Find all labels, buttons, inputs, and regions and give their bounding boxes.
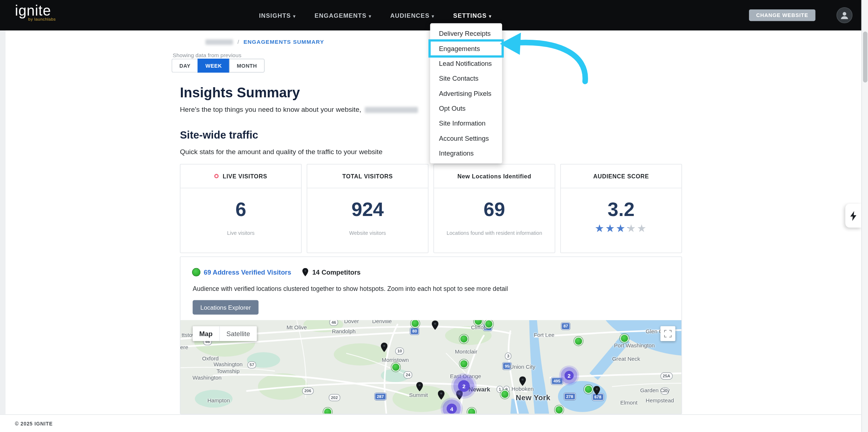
map-label-washington: Washington: [192, 374, 221, 381]
visitor-cluster[interactable]: 4: [441, 398, 463, 414]
route-shield-24: 24: [404, 371, 413, 378]
menu-item-delivery-receipts[interactable]: Delivery Receipts: [430, 26, 502, 41]
stat-card-caption: Locations found with resident informatio…: [434, 230, 555, 236]
map-label-elmont: Elmont: [620, 399, 638, 406]
map-type-controls: MapSatellite: [193, 326, 257, 341]
user-avatar[interactable]: [837, 7, 852, 23]
menu-item-site-contacts[interactable]: Site Contacts: [430, 71, 502, 86]
competitor-pin-icon[interactable]: [416, 382, 423, 391]
visitor-marker-icon[interactable]: [575, 338, 582, 345]
nav-item-settings[interactable]: SETTINGS▾: [453, 12, 492, 18]
visitor-marker-icon[interactable]: [485, 320, 493, 327]
stat-card-title: New Locations Identified: [458, 173, 531, 179]
breadcrumb-current[interactable]: ENGAGEMENTS SUMMARY: [243, 39, 324, 45]
map-label-great-neck: Great Neck: [612, 356, 640, 362]
fullscreen-button[interactable]: [660, 326, 675, 341]
lightning-bolt-icon: [850, 211, 856, 221]
stat-card-value: 3.2: [561, 199, 682, 219]
route-shield-10: 10: [395, 347, 404, 355]
live-indicator-icon: [214, 174, 219, 178]
stat-card-total-visitors: TOTAL VISITORS924Website visitors: [307, 164, 429, 253]
scrollbar-track[interactable]: [861, 0, 868, 432]
map-label-new-york: New York: [516, 393, 550, 402]
page-subtitle: Here's the top things you need to know a…: [180, 106, 418, 113]
range-option-month[interactable]: MONTH: [229, 59, 264, 72]
chevron-down-icon: ▾: [489, 13, 492, 18]
page-subtitle-text: Here's the top things you need to know a…: [180, 106, 361, 113]
legend-item-competitors: 14 Competitors: [302, 268, 361, 276]
breadcrumb-separator: /: [238, 39, 239, 45]
competitor-pin-icon[interactable]: [593, 386, 600, 395]
legend-visitors-label[interactable]: 69 Address Verified Visitors: [204, 268, 291, 276]
visitor-marker-icon[interactable]: [621, 335, 628, 342]
map-label-dere: dere: [180, 344, 188, 350]
competitor-pin-icon[interactable]: [381, 343, 387, 352]
scrollbar-thumb[interactable]: [863, 31, 867, 82]
visitor-marker-icon[interactable]: [412, 320, 419, 327]
menu-item-integrations[interactable]: Integrations: [430, 146, 502, 161]
menu-item-lead-notifications[interactable]: Lead Notifications: [430, 56, 502, 71]
stat-card-audience-score: AUDIENCE SCORE3.2★★★★★★★★★★: [560, 164, 682, 253]
nav-item-label: SETTINGS: [453, 12, 487, 18]
map-control-map[interactable]: Map: [193, 326, 219, 341]
route-shield-57: 57: [247, 361, 256, 369]
visitor-marker-icon[interactable]: [460, 335, 468, 343]
menu-item-advertising-pixels[interactable]: Advertising Pixels: [430, 86, 502, 101]
nav-item-audiences[interactable]: AUDIENCES▾: [390, 12, 434, 18]
menu-item-opt-outs[interactable]: Opt Outs: [430, 101, 502, 116]
visitor-marker-icon[interactable]: [501, 391, 509, 398]
map-label-hampton: Hampton: [208, 397, 230, 403]
cluster-count: 2: [462, 383, 465, 389]
stat-card-caption: Live visitors: [180, 230, 301, 236]
route-shield-278: 278: [564, 393, 575, 400]
section-title-traffic: Site-wide traffic: [180, 129, 258, 141]
google-map[interactable]: ttstowndereMt OliveRandolphDoverDenville…: [180, 320, 681, 414]
visitor-marker-icon[interactable]: [392, 364, 399, 371]
visitor-cluster[interactable]: 2: [559, 365, 579, 385]
stat-card-caption: Website visitors: [307, 230, 428, 236]
competitor-pin-icon[interactable]: [438, 390, 444, 400]
locations-explorer-button[interactable]: Locations Explorer: [193, 300, 259, 315]
stat-cards-row: LIVE VISITORS6Live visitorsTOTAL VISITOR…: [180, 164, 682, 253]
menu-item-account-settings[interactable]: Account Settings: [430, 131, 502, 145]
competitor-pin-icon[interactable]: [519, 376, 526, 386]
fullscreen-icon: [664, 330, 672, 337]
menu-item-site-information[interactable]: Site Information: [430, 116, 502, 131]
settings-dropdown-menu: Delivery ReceiptsEngagementsLead Notific…: [430, 23, 502, 163]
change-website-button[interactable]: CHANGE WEBSITE: [749, 9, 816, 21]
redacted-website-name: [365, 107, 418, 113]
route-shield-80: 80: [410, 327, 419, 335]
stat-card-header: AUDIENCE SCORE: [561, 165, 682, 189]
competitor-pin-icon[interactable]: [432, 321, 438, 330]
nav-item-insights[interactable]: INSIGHTS▾: [259, 12, 295, 18]
breadcrumb: / ENGAGEMENTS SUMMARY: [205, 39, 324, 45]
visitor-marker-icon[interactable]: [556, 406, 563, 414]
menu-item-engagements[interactable]: Engagements: [430, 41, 502, 56]
map-label-mt-olive: Mt Olive: [286, 324, 307, 330]
nav-item-engagements[interactable]: ENGAGEMENTS▾: [315, 12, 371, 18]
quick-actions-tab[interactable]: [845, 204, 861, 228]
visitor-marker-icon[interactable]: [460, 360, 468, 368]
brand-logo[interactable]: ignite by launchlabs: [15, 3, 56, 22]
visitor-marker-icon[interactable]: [324, 408, 331, 414]
route-shield-46: 46: [329, 320, 338, 326]
stat-card-value: 924: [307, 199, 428, 219]
range-option-day[interactable]: DAY: [171, 59, 197, 72]
map-control-satellite[interactable]: Satellite: [219, 326, 257, 341]
visitor-marker-icon[interactable]: [585, 386, 592, 393]
app-window: ignite by launchlabs INSIGHTS▾ENGAGEMENT…: [0, 0, 868, 432]
route-shield-87: 87: [561, 323, 570, 330]
map-label-union-city: Union City: [510, 364, 536, 370]
competitor-pin-icon: [302, 268, 309, 276]
stat-card-new-locations-identified: New Locations Identified69Locations foun…: [433, 164, 555, 253]
stat-card-title: AUDIENCE SCORE: [593, 173, 649, 179]
visitor-marker-icon[interactable]: [468, 408, 475, 414]
page-footer: © 2025 IGNITE: [0, 414, 861, 432]
stat-card-header: LIVE VISITORS: [180, 165, 301, 189]
page-title: Insights Summary: [180, 85, 300, 101]
copyright-text: © 2025 IGNITE: [15, 421, 52, 426]
screenshot-root: ignite by launchlabs INSIGHTS▾ENGAGEMENT…: [0, 0, 868, 432]
range-option-week[interactable]: WEEK: [198, 59, 229, 72]
visitor-cluster[interactable]: 2: [451, 373, 476, 399]
map-label-oxford: Oxford: [202, 355, 219, 361]
